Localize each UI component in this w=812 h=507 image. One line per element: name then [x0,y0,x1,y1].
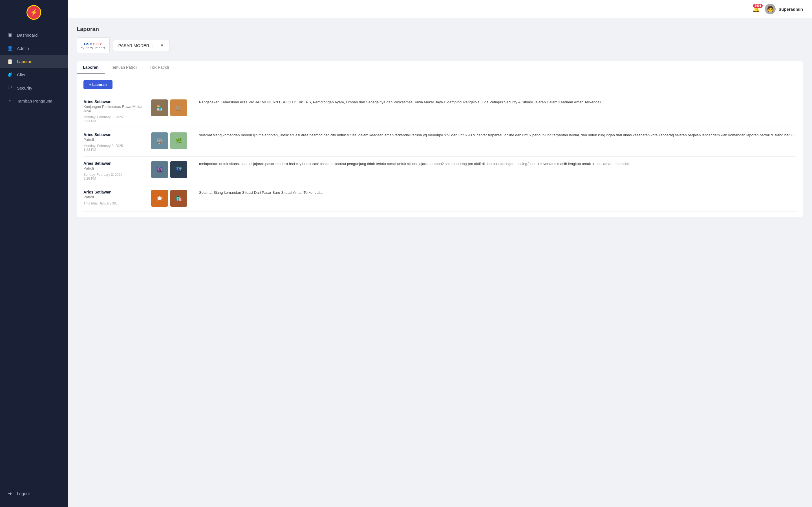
report-text: Pengecekan Kebersihan Area PASAR MODERN … [199,100,796,105]
report-meta: Aries Setiawan Kunjungan Puskesmas Rawa … [84,100,146,123]
table-row: Aries Setiawan Kunjungan Puskesmas Rawa … [84,95,796,128]
bsd-logo-box: BSDCITY Big City, Big Opportunity [77,38,110,53]
sidebar-item-label: Laporan [17,59,33,64]
report-meta: Aries Setiawan Patroli Sunday, February … [84,161,146,180]
report-images: 🏬 🌿 [151,132,193,149]
table-row: Aries Setiawan Patroli Monday, February … [84,128,796,157]
sidebar-item-security[interactable]: 🛡 Security [0,81,68,94]
report-type: Patroli [84,166,146,170]
table-row: Aries Setiawan Patroli Sunday, February … [84,157,796,185]
logout-button[interactable]: ➜ Logout [0,487,68,500]
sidebar-item-label: Admin [17,46,29,51]
report-image-1[interactable]: 🏪 [151,100,168,116]
report-text: melaporkan untuk situasi saat ini jajara… [199,161,796,167]
report-author: Aries Setiawan [84,100,146,104]
sidebar: ⚡ ▣ Dashboard 👤 Admin 📋 Laporan 🧳 Client… [0,0,68,507]
bsd-logo-sub: Big City, Big Opportunity [81,46,105,49]
report-text: Selamat Siang komandan Situasi Dari Pasa… [199,190,796,196]
avatar-icon: 🧑 [767,6,774,12]
location-label: PASAR MODER... [118,43,153,48]
app-logo: ⚡ [27,5,41,20]
tab-temuan-patroli[interactable]: Temuan Patroli [105,61,143,74]
sidebar-item-label: Tambah Pengguna [17,99,52,103]
sidebar-item-laporan[interactable]: 📋 Laporan [0,55,68,68]
sidebar-nav: ▣ Dashboard 👤 Admin 📋 Laporan 🧳 Client 🛡… [0,25,68,482]
sidebar-item-admin[interactable]: 👤 Admin [0,42,68,55]
report-type: Patroli [84,137,146,142]
logo-icon: ⚡ [30,9,38,16]
admin-icon: 👤 [7,45,13,51]
table-row: Aries Setiawan Patroli Thursday, January… [84,185,796,212]
report-type: Kunjungan Puskesmas Rawa Mekar Jaya [84,105,146,113]
username-label: Superadmin [778,7,803,11]
location-selector: BSDCITY Big City, Big Opportunity PASAR … [77,38,803,53]
notification-button[interactable]: 🔔 1493 [752,5,760,13]
report-images: 🏪 🛒 [151,100,193,116]
avatar: 🧑 [765,4,776,14]
report-image-1[interactable]: 🌆 [151,161,168,178]
page-content: Laporan BSDCITY Big City, Big Opportunit… [68,18,812,507]
main-content: 🔔 1493 🧑 Superadmin Laporan BSDCITY Big … [68,0,812,507]
report-meta: Aries Setiawan Patroli Monday, February … [84,132,146,152]
report-image-1[interactable]: 🏬 [151,132,168,149]
report-type: Patroli [84,195,146,199]
chevron-down-icon: ▼ [160,43,164,48]
report-image-2[interactable]: 🌃 [170,161,187,178]
security-icon: 🛡 [7,85,13,91]
page-title: Laporan [77,26,803,33]
sidebar-item-label: Security [17,86,32,91]
user-menu[interactable]: 🧑 Superadmin [765,4,803,14]
laporan-icon: 📋 [7,59,13,64]
client-icon: 🧳 [7,72,13,78]
tab-titik-patroli[interactable]: Titik Patroli [144,61,175,74]
add-laporan-button[interactable]: + Laporan [84,80,112,89]
report-date: Thursday, January 30, [84,202,146,205]
report-images: 🌆 🌃 [151,161,193,178]
report-author: Aries Setiawan [84,132,146,137]
report-meta: Aries Setiawan Patroli Thursday, January… [84,190,146,205]
report-text: selamat siang komandan mohon ijin melapo… [199,132,796,138]
sidebar-item-client[interactable]: 🧳 Client [0,68,68,81]
report-image-2[interactable]: 🛒 [170,100,187,116]
bsd-logo-text: BSDCITY [84,42,102,46]
tabs-container: Laporan Temuan Patroli Titik Patroli [77,61,803,74]
sidebar-item-label: Dashboard [17,33,38,38]
report-author: Aries Setiawan [84,190,146,194]
report-date: Monday, February 3, 2025 1:33 PM [84,144,146,152]
report-image-2[interactable]: 🌿 [170,132,187,149]
report-image-2[interactable]: 🛍️ [170,190,187,207]
sidebar-logo: ⚡ [0,0,68,25]
tambah-icon: + [7,98,13,104]
header: 🔔 1493 🧑 Superadmin [68,0,812,18]
report-date: Sunday, February 2, 2025 9:26 PM [84,173,146,180]
logout-label: Logout [17,491,30,496]
sidebar-logout-section: ➜ Logout [0,482,68,507]
sidebar-item-dashboard[interactable]: ▣ Dashboard [0,29,68,42]
sidebar-item-tambah[interactable]: + Tambah Pengguna [0,94,68,107]
sidebar-item-label: Client [17,72,28,77]
reports-section: + Laporan Aries Setiawan Kunjungan Puske… [77,74,803,217]
report-date: Monday, February 3, 2025 2:33 PM [84,115,146,123]
tab-laporan[interactable]: Laporan [77,61,105,74]
logout-icon: ➜ [7,491,13,497]
report-image-1[interactable]: 🍽️ [151,190,168,207]
location-dropdown[interactable]: PASAR MODER... ▼ [113,40,169,51]
report-images: 🍽️ 🛍️ [151,190,193,207]
report-author: Aries Setiawan [84,161,146,166]
dashboard-icon: ▣ [7,32,13,38]
notification-badge: 1493 [753,4,763,8]
